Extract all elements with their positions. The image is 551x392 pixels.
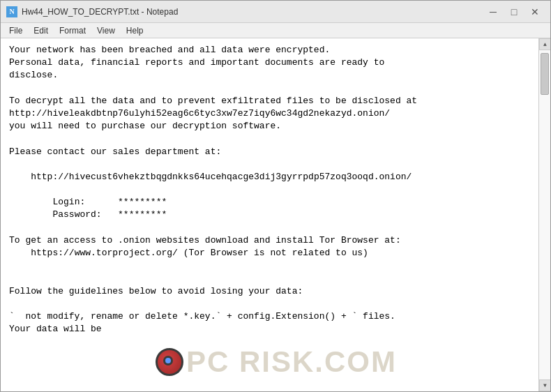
scrollbar-track[interactable] [539, 50, 550, 379]
menu-help[interactable]: Help [121, 24, 149, 37]
notepad-window: N Hw44_HOW_TO_DECRYPT.txt - Notepad ─ □ … [0, 0, 551, 392]
title-bar-left: N Hw44_HOW_TO_DECRYPT.txt - Notepad [6, 6, 178, 17]
title-bar: N Hw44_HOW_TO_DECRYPT.txt - Notepad ─ □ … [1, 1, 550, 23]
close-button[interactable]: ✕ [525, 4, 545, 20]
scrollbar-thumb[interactable] [541, 53, 549, 95]
scroll-up-button[interactable]: ▲ [539, 38, 550, 50]
scroll-down-button[interactable]: ▼ [539, 379, 550, 391]
title-bar-controls: ─ □ ✕ [483, 4, 545, 20]
window-title: Hw44_HOW_TO_DECRYPT.txt - Notepad [22, 7, 178, 17]
maximize-button[interactable]: □ [504, 4, 524, 20]
content-wrapper: Your network has been breached and all d… [1, 38, 550, 391]
menu-file[interactable]: File [3, 24, 28, 37]
notepad-icon: N [6, 6, 17, 17]
menu-bar: File Edit Format View Help [1, 23, 550, 38]
menu-format[interactable]: Format [54, 24, 91, 37]
scrollbar[interactable]: ▲ ▼ [538, 38, 550, 391]
menu-edit[interactable]: Edit [28, 24, 54, 37]
text-editor[interactable]: Your network has been breached and all d… [1, 38, 538, 391]
minimize-button[interactable]: ─ [483, 4, 503, 20]
menu-view[interactable]: View [91, 24, 121, 37]
